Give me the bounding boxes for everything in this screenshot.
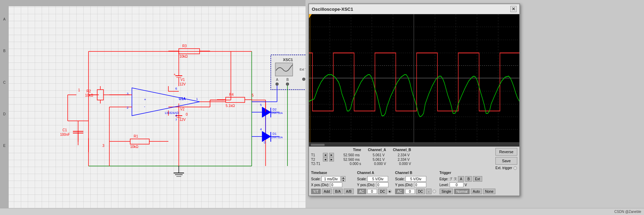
svg-text:XSC1: XSC1 — [283, 58, 293, 62]
trigger-rising-icon[interactable]: ℱ — [450, 177, 453, 181]
timebase-scale-label: Scale: — [311, 177, 321, 181]
osc-screen — [309, 14, 519, 142]
time-header: Time — [337, 148, 361, 152]
trigger-edge-row: Edge: ℱ ℛ A B Ext — [440, 176, 496, 182]
cha-ypos-input[interactable] — [376, 182, 388, 187]
t2-left-arrow[interactable]: ◄ — [323, 157, 328, 162]
top-ruler — [9, 0, 306, 6]
osc-titlebar: Oscilloscope-XSC1 ✕ — [309, 4, 519, 14]
ab-button[interactable]: A/B — [344, 189, 353, 194]
ruler-label-c: C — [3, 81, 6, 84]
t1-cha: 5.061 V — [361, 153, 385, 157]
trigger-title: Trigger — [440, 171, 496, 175]
t1-chb: 2.334 V — [386, 153, 410, 157]
chb-dc-button[interactable]: DC — [416, 189, 425, 194]
trigger-a-button[interactable]: A — [458, 176, 465, 182]
t1-label: T1 — [311, 153, 321, 157]
trigger-b-button[interactable]: B — [465, 176, 472, 182]
osc-close-button[interactable]: ✕ — [510, 6, 517, 12]
svg-text:3: 3 — [102, 144, 104, 148]
channel-a-ypos-row: Y pos.(Div): — [357, 182, 392, 187]
t2t1-cha: 0.000 V — [362, 162, 386, 166]
t2-chb: 2.334 V — [386, 158, 410, 162]
single-button[interactable]: Single — [440, 189, 453, 194]
cha-ac-button[interactable]: AC — [357, 189, 366, 194]
t1-right-arrow[interactable]: ► — [329, 153, 334, 157]
t2t1-label: T2-T1 — [311, 162, 321, 166]
ruler-label-a: A — [3, 17, 6, 21]
trigger-falling-icon[interactable]: ℛ — [454, 177, 457, 181]
timebase-section: Timebase Scale: ▲ ▼ X pos.(Div): Y/T A — [311, 171, 354, 194]
cha-dc-button[interactable]: DC — [378, 189, 387, 194]
chb-ypos-input[interactable] — [414, 182, 426, 187]
svg-text:+: + — [174, 73, 176, 76]
right-buttons: Reverse Save Ext. trigger — [495, 148, 517, 170]
svg-text:V1: V1 — [181, 78, 185, 82]
ruler-label-e: E — [3, 144, 6, 148]
yt-button[interactable]: Y/T — [311, 189, 321, 194]
svg-text:1N4732A: 1N4732A — [271, 136, 283, 139]
trigger-ext-button[interactable]: Ext — [473, 176, 482, 182]
chb-ac-button[interactable]: AC — [395, 189, 404, 194]
close-icon: ✕ — [512, 7, 515, 11]
trigger-section: Trigger Edge: ℱ ℛ A B Ext Level: V Singl… — [440, 171, 496, 194]
auto-button[interactable]: Auto — [471, 189, 482, 194]
timebase-xpos-row: X pos.(Div): — [311, 182, 354, 187]
osc-waveform-svg — [309, 14, 519, 142]
svg-text:100nF: 100nF — [60, 133, 70, 137]
timebase-spin: ▲ ▼ — [341, 176, 345, 182]
cha-ac-value[interactable] — [367, 189, 377, 194]
trigger-level-unit: V — [465, 183, 467, 187]
add-button[interactable]: Add — [322, 189, 332, 194]
svg-text:V2: V2 — [180, 107, 185, 111]
ext-trigger-radio[interactable] — [513, 166, 517, 170]
xpos-input[interactable] — [330, 182, 342, 187]
ruler-label-d: D — [3, 112, 6, 116]
t2-right-arrow[interactable]: ► — [329, 157, 334, 162]
chb-scale-input[interactable] — [405, 176, 426, 182]
ba-button[interactable]: B/A — [333, 189, 343, 194]
xpos-label: X pos.(Div): — [311, 183, 329, 187]
schematic-canvas: R2 10kΩ R3 10kΩ V1 12V + — [0, 0, 306, 215]
t1-left-arrow[interactable]: ◄ — [323, 153, 328, 157]
svg-rect-52 — [130, 139, 149, 144]
status-text: CSDN @Zaneble — [614, 210, 641, 214]
svg-text:0: 0 — [186, 113, 188, 116]
ruler-label-b: B — [3, 49, 6, 53]
svg-text:7: 7 — [175, 118, 177, 122]
cha-ypos-label: Y pos.(Div): — [357, 183, 375, 187]
reverse-button[interactable]: Reverse — [495, 148, 517, 156]
cha-scale-label: Scale: — [357, 177, 367, 181]
chb-minus-button[interactable]: - — [426, 189, 431, 194]
save-button[interactable]: Save — [495, 157, 517, 165]
svg-text:Ext Trig: Ext Trig — [300, 68, 306, 71]
timebase-title: Timebase — [311, 171, 354, 175]
cha-dc-radio[interactable] — [388, 190, 392, 193]
svg-text:R3: R3 — [182, 44, 187, 48]
timebase-scale-input[interactable] — [321, 176, 341, 182]
svg-rect-141 — [311, 144, 325, 146]
chb-dc-radio[interactable] — [433, 190, 436, 193]
svg-text:R4: R4 — [229, 93, 234, 97]
channel-b-scale-row: Scale: — [395, 176, 436, 182]
timebase-spin-down[interactable]: ▼ — [341, 179, 345, 182]
osc-title: Oscilloscope-XSC1 — [312, 7, 353, 12]
svg-text:10kΩ: 10kΩ — [85, 93, 93, 97]
normal-button[interactable]: Normal — [454, 189, 469, 194]
cha-scale-input[interactable] — [367, 176, 388, 182]
svg-text:12V: 12V — [179, 82, 186, 86]
svg-text:U1A: U1A — [179, 97, 186, 101]
timebase-spin-up[interactable]: ▲ — [341, 176, 345, 179]
svg-text:4: 4 — [175, 114, 177, 117]
trigger-level-input[interactable] — [450, 182, 463, 187]
osc-scrollbar[interactable] — [309, 142, 519, 147]
none-button[interactable]: None — [483, 189, 495, 194]
channel-a-section: Channel A Scale: Y pos.(Div): AC DC — [357, 171, 392, 194]
chb-ac-value[interactable] — [405, 189, 415, 194]
timebase-scale-row: Scale: ▲ ▼ — [311, 176, 354, 182]
svg-rect-110 — [275, 63, 293, 76]
svg-text:D1: D1 — [273, 132, 277, 135]
trigger-mode-row: Single Normal Auto None — [440, 189, 496, 194]
trigger-level-row: Level: V — [440, 182, 496, 187]
t1-time: 52.560 ms — [335, 153, 360, 157]
